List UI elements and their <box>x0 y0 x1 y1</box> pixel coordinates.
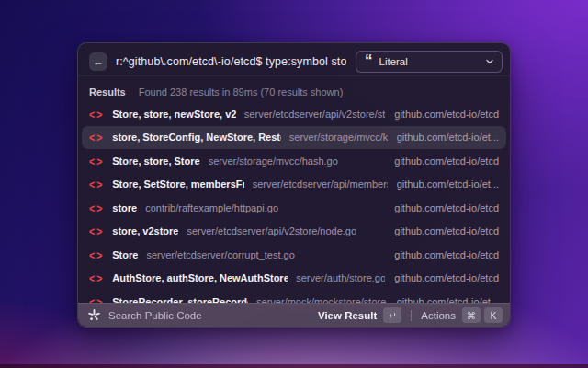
results-header: Results Found 238 results in 89ms (70 re… <box>78 82 510 102</box>
symbol-names: Store, store, Store <box>112 155 199 167</box>
enter-key-icon: ↵ <box>383 307 401 323</box>
repo-name: github.com/etcd-io/et... <box>388 132 499 143</box>
file-path: server/storage/mvcc/hash.go <box>209 155 338 167</box>
cmd-key-icon: ⌘ <box>462 307 481 323</box>
code-symbol-icon: <> <box>89 155 104 167</box>
result-row[interactable]: <> Store, store, newStore, v2store serve… <box>82 102 506 126</box>
repo-name: github.com/etcd-io/etcd <box>385 109 499 120</box>
chevron-down-icon <box>485 57 494 66</box>
sourcegraph-sparkle-logo-icon <box>87 308 101 322</box>
quote-icon: “ <box>365 57 373 65</box>
repo-name: github.com/etcd-io/etcd <box>385 249 499 260</box>
repo-name: github.com/etcd-io/etcd <box>385 155 499 167</box>
repo-name: github.com/etcd-io/etcd <box>385 225 499 236</box>
result-row-selected[interactable]: <> store, StoreConfig, NewStore, Restore… <box>82 126 506 150</box>
results-section-label: Results <box>89 86 126 98</box>
code-symbol-icon: <> <box>89 131 104 144</box>
result-row[interactable]: <> store contrib/raftexample/httpapi.go … <box>82 196 506 220</box>
result-row[interactable]: <> Store server/etcdserver/corrupt_test.… <box>82 243 506 267</box>
file-path: server/etcdserver/api/membership/cluste.… <box>253 178 388 190</box>
wallpaper-bottom-edge <box>0 364 588 368</box>
repo-name: github.com/etcd-io/et... <box>388 178 499 190</box>
symbol-names: store, StoreConfig, NewStore, Restore, r… <box>112 132 281 143</box>
repo-name: github.com/etcd-io/etcd <box>385 202 499 213</box>
search-mode-dropdown[interactable]: “ Literal <box>356 51 503 73</box>
result-row[interactable]: <> store, v2store server/etcdserver/api/… <box>82 220 506 244</box>
footer-bar: Search Public Code View Result ↵ Actions… <box>78 303 510 327</box>
search-bar: ← r:^github\.com/etcd\-io/etcd$ type:sym… <box>78 47 510 76</box>
back-button[interactable]: ← <box>89 52 107 71</box>
file-path: server/etcdserver/corrupt_test.go <box>146 249 294 260</box>
result-row[interactable]: <> Store, SetStore, membersFromStore,...… <box>82 173 506 197</box>
file-path: server/etcdserver/api/v2store/node.go <box>187 225 356 236</box>
symbol-names: Store <box>112 249 138 260</box>
code-symbol-icon: <> <box>89 271 104 284</box>
search-window: ← r:^github\.com/etcd\-io/etcd$ type:sym… <box>77 42 511 328</box>
results-summary: Found 238 results in 89ms (70 results sh… <box>139 86 344 98</box>
code-symbol-icon: <> <box>89 248 104 261</box>
file-path: server/auth/store.go <box>296 272 385 283</box>
result-row[interactable]: <> Store, store, Store server/storage/mv… <box>82 149 506 173</box>
actions-button[interactable]: Actions <box>421 310 456 321</box>
search-input[interactable]: r:^github\.com/etcd\-io/etcd$ type:symbo… <box>116 55 346 68</box>
k-key-icon: K <box>484 307 503 323</box>
results-list: <> Store, store, newStore, v2store serve… <box>78 102 510 314</box>
repo-name: github.com/etcd-io/etcd <box>385 272 499 283</box>
symbol-names: store, v2store <box>112 225 178 236</box>
symbol-names: Store, store, newStore, v2store <box>112 109 236 120</box>
command-title: Search Public Code <box>108 310 318 321</box>
file-path: server/storage/mvcc/kvstore.go <box>289 132 388 143</box>
result-row[interactable]: <> AuthStore, authStore, NewAuthStore se… <box>82 267 506 291</box>
file-path: contrib/raftexample/httpapi.go <box>145 202 278 213</box>
view-result-button[interactable]: View Result <box>318 310 377 321</box>
symbol-names: store <box>112 202 137 213</box>
file-path: server/etcdserver/api/v2store/store.go <box>244 109 385 120</box>
symbol-names: AuthStore, authStore, NewAuthStore <box>112 272 288 283</box>
search-mode-label: Literal <box>379 56 486 67</box>
code-symbol-icon: <> <box>89 178 104 190</box>
footer-divider <box>411 310 412 321</box>
code-symbol-icon: <> <box>89 224 104 237</box>
symbol-names: Store, SetStore, membersFromStore,... <box>112 178 243 190</box>
search-query-text: r:^github\.com/etcd\-io/etcd$ type:symbo… <box>116 55 346 68</box>
code-symbol-icon: <> <box>89 201 104 214</box>
back-arrow-icon: ← <box>93 55 104 68</box>
code-symbol-icon: <> <box>89 108 104 121</box>
